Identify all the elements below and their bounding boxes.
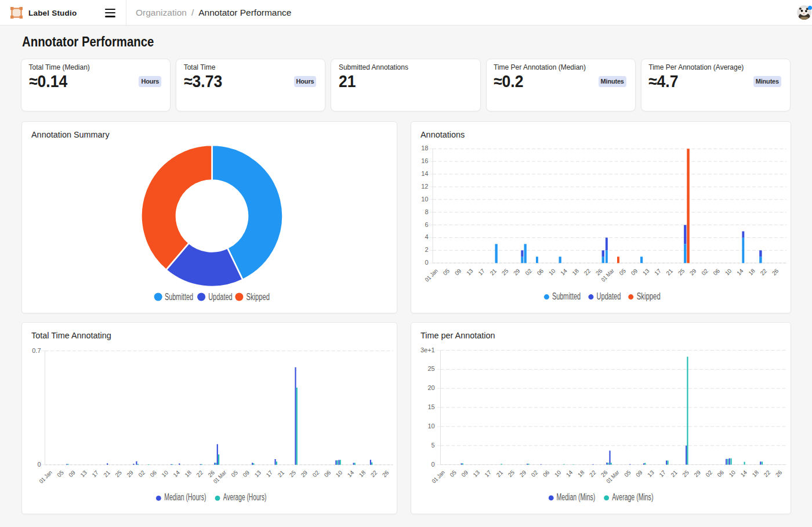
svg-text:14: 14 [421,170,428,177]
svg-text:21: 21 [276,469,285,478]
svg-text:06: 06 [542,468,551,478]
svg-text:17: 17 [264,469,274,478]
svg-text:29: 29 [688,267,698,276]
svg-text:Updated: Updated [208,291,233,301]
svg-text:25: 25 [288,469,297,478]
svg-text:22: 22 [369,469,378,478]
svg-text:18: 18 [183,469,193,478]
svg-text:Skipped: Skipped [246,291,270,301]
svg-text:29: 29 [519,468,528,478]
svg-text:06: 06 [536,267,545,276]
svg-text:14: 14 [172,469,181,478]
svg-text:8: 8 [425,208,428,215]
svg-text:0.7: 0.7 [32,346,41,353]
svg-text:5: 5 [432,441,435,448]
svg-text:17: 17 [90,469,100,478]
svg-text:20: 20 [427,384,434,391]
svg-text:10: 10 [728,468,737,478]
svg-text:01 Jan: 01 Jan [38,469,53,485]
svg-text:05: 05 [618,267,627,276]
svg-text:13: 13 [79,469,88,478]
svg-text:25: 25 [681,468,690,478]
svg-text:10: 10 [427,422,434,429]
svg-text:06: 06 [716,468,725,478]
svg-text:02: 02 [704,468,713,478]
svg-text:09: 09 [241,469,251,478]
svg-text:22: 22 [583,267,592,276]
svg-text:02: 02 [700,267,709,276]
svg-text:26: 26 [774,468,784,478]
svg-text:17: 17 [658,468,667,478]
svg-text:25: 25 [427,365,434,372]
svg-text:01 Mar: 01 Mar [600,267,615,283]
svg-text:18: 18 [357,469,367,478]
svg-text:02: 02 [524,267,533,276]
svg-text:17: 17 [483,468,492,478]
svg-text:Median (Mins): Median (Mins) [557,492,596,501]
svg-text:2: 2 [425,246,428,253]
svg-text:13: 13 [465,267,474,276]
svg-text:18: 18 [577,468,586,478]
svg-text:25: 25 [677,267,686,276]
svg-text:22: 22 [763,468,772,478]
svg-text:02: 02 [137,469,146,478]
svg-text:09: 09 [460,468,469,478]
svg-text:14: 14 [735,267,745,276]
svg-text:18: 18 [421,145,428,151]
svg-text:05: 05 [623,468,632,478]
svg-text:06: 06 [322,469,332,478]
svg-text:10: 10 [724,267,733,276]
svg-text:02: 02 [311,469,320,478]
svg-text:01 Mar: 01 Mar [605,468,621,484]
svg-text:09: 09 [635,468,644,478]
svg-text:Average (Hours): Average (Hours) [223,492,266,502]
svg-text:17: 17 [477,267,486,276]
svg-text:4: 4 [425,233,428,240]
svg-text:01 Mar: 01 Mar [212,469,227,485]
svg-text:Median (Hours): Median (Hours) [164,492,206,502]
svg-text:10: 10 [421,195,428,202]
svg-text:3e+1: 3e+1 [420,346,435,353]
svg-text:21: 21 [102,469,111,478]
svg-text:01 Jan: 01 Jan [423,267,439,283]
svg-text:12: 12 [421,182,428,189]
svg-text:10: 10 [548,267,557,276]
svg-text:Average (Mins): Average (Mins) [612,492,653,501]
svg-text:01 Jan: 01 Jan [430,469,446,485]
svg-text:25: 25 [507,468,516,478]
svg-text:13: 13 [646,468,655,478]
svg-text:05: 05 [56,469,65,478]
svg-text:14: 14 [565,468,574,478]
svg-text:05: 05 [448,468,458,478]
svg-text:06: 06 [712,267,721,276]
svg-text:18: 18 [751,468,760,478]
svg-text:22: 22 [195,469,204,478]
svg-text:17: 17 [653,267,662,276]
svg-text:18: 18 [571,267,580,276]
svg-text:29: 29 [693,468,702,478]
svg-text:15: 15 [427,403,434,410]
svg-text:Submitted: Submitted [552,291,581,301]
svg-text:22: 22 [759,267,768,276]
svg-text:29: 29 [125,469,135,478]
svg-text:21: 21 [495,468,505,478]
svg-text:05: 05 [230,469,239,478]
svg-text:09: 09 [630,267,639,276]
svg-text:Skipped: Skipped [637,291,661,301]
svg-text:13: 13 [472,468,481,478]
svg-text:25: 25 [114,469,123,478]
svg-text:Updated: Updated [597,291,621,301]
svg-text:10: 10 [160,469,169,478]
svg-text:10: 10 [553,468,563,478]
svg-text:14: 14 [346,469,355,478]
svg-text:13: 13 [253,469,262,478]
svg-text:14: 14 [559,267,568,276]
svg-text:13: 13 [641,267,651,276]
svg-text:10: 10 [334,469,343,478]
svg-text:21: 21 [669,468,679,478]
svg-text:Submitted: Submitted [164,291,193,301]
svg-text:26: 26 [771,267,780,276]
svg-text:0: 0 [37,460,41,467]
svg-text:05: 05 [442,267,451,276]
svg-text:29: 29 [299,469,309,478]
